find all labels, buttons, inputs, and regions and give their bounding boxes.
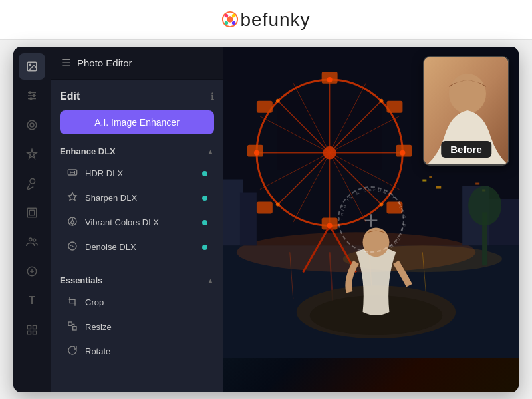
- panel-header: ☰ Photo Editor: [51, 47, 223, 80]
- section-enhance-dlx-title: Enhance DLX: [60, 146, 116, 156]
- info-button[interactable]: ℹ: [211, 91, 214, 102]
- svg-point-15: [30, 123, 34, 127]
- chevron-up-icon-2: ▲: [207, 277, 214, 285]
- left-panel: ☰ Photo Editor Edit ℹ A.I. Image Enhance…: [51, 47, 223, 392]
- menu-item-hdr-dlx[interactable]: HDR DLX: [60, 162, 214, 185]
- svg-point-4: [225, 21, 229, 25]
- section-divider: [60, 267, 214, 267]
- sharpen-dlx-dot: [202, 196, 207, 201]
- sharpen-dlx-label: Sharpen DLX: [85, 193, 196, 203]
- app-container: T ☰ Photo Editor Edit ℹ A.I. Image Enhan…: [13, 47, 519, 392]
- vibrant-icon: [66, 216, 78, 229]
- sidebar-item-sticker[interactable]: [19, 258, 45, 285]
- sidebar-item-sparkle[interactable]: [19, 141, 45, 168]
- svg-point-62: [400, 150, 405, 156]
- svg-rect-70: [429, 176, 432, 178]
- svg-rect-32: [73, 327, 76, 330]
- svg-point-61: [327, 77, 332, 82]
- vibrant-dlx-dot: [202, 220, 207, 225]
- svg-rect-52: [386, 101, 402, 113]
- panel-content: Edit ℹ A.I. Image Enhancer Enhance DLX ▲: [51, 80, 223, 392]
- svg-point-16: [30, 179, 35, 184]
- menu-item-crop[interactable]: Crop: [60, 291, 214, 314]
- resize-icon: [66, 321, 78, 333]
- svg-rect-25: [33, 325, 37, 329]
- menu-item-resize[interactable]: Resize: [60, 315, 214, 338]
- hamburger-icon[interactable]: ☰: [61, 57, 70, 69]
- svg-rect-17: [27, 208, 37, 217]
- svg-point-5: [232, 21, 236, 25]
- icon-sidebar: T: [13, 47, 51, 392]
- svg-rect-56: [257, 201, 273, 213]
- crop-icon: [66, 296, 78, 309]
- edit-title: Edit: [60, 90, 80, 102]
- svg-point-68: [276, 202, 280, 206]
- sidebar-item-paint[interactable]: [19, 170, 45, 197]
- sharpen-icon: [66, 192, 78, 204]
- hdr-dlx-label: HDR DLX: [85, 168, 196, 178]
- resize-label: Resize: [85, 322, 207, 332]
- chevron-up-icon: ▲: [207, 148, 214, 156]
- section-enhance-dlx[interactable]: Enhance DLX ▲: [60, 146, 214, 156]
- main-photo: ＋ THIS IS A BEFUNKY PLUS FEATURE •: [223, 47, 519, 392]
- svg-rect-24: [27, 325, 31, 329]
- before-thumbnail: Before: [423, 56, 509, 166]
- menu-item-rotate[interactable]: Rotate: [60, 340, 214, 363]
- menu-item-denoise-dlx[interactable]: Denoise DLX: [60, 235, 214, 259]
- panel-title: Photo Editor: [77, 57, 132, 68]
- svg-rect-72: [475, 183, 479, 185]
- rotate-label: Rotate: [85, 346, 207, 356]
- essentials-items: Crop Resize: [60, 291, 214, 363]
- sidebar-item-effects[interactable]: [19, 112, 45, 138]
- menu-item-vibrant-dlx[interactable]: Vibrant Colors DLX: [60, 211, 214, 234]
- svg-point-50: [323, 146, 336, 160]
- before-label: Before: [441, 141, 491, 158]
- denoise-icon: [66, 241, 78, 253]
- rotate-icon: [66, 345, 78, 358]
- svg-rect-26: [27, 331, 31, 334]
- sidebar-item-adjustments[interactable]: [19, 82, 45, 109]
- svg-point-11: [29, 92, 31, 94]
- watermark-circle: ＋ THIS IS A BEFUNKY PLUS FEATURE •: [338, 186, 404, 253]
- denoise-dlx-dot: [202, 245, 207, 250]
- svg-point-20: [33, 239, 36, 241]
- svg-point-65: [379, 99, 383, 103]
- top-bar: befunky: [0, 0, 532, 40]
- svg-point-12: [33, 95, 35, 97]
- section-essentials[interactable]: Essentials ▲: [60, 275, 214, 285]
- svg-rect-69: [422, 180, 426, 182]
- svg-rect-18: [29, 210, 35, 215]
- sidebar-item-image[interactable]: [19, 53, 45, 80]
- vibrant-dlx-label: Vibrant Colors DLX: [85, 217, 196, 227]
- ai-enhancer-button[interactable]: A.I. Image Enhancer: [60, 110, 214, 134]
- sidebar-item-text[interactable]: T: [19, 287, 45, 314]
- watermark: ＋ THIS IS A BEFUNKY PLUS FEATURE •: [331, 180, 411, 259]
- edit-header: Edit ℹ: [60, 90, 214, 102]
- hdr-icon: [66, 167, 78, 180]
- denoise-dlx-label: Denoise DLX: [85, 242, 196, 252]
- sidebar-item-people[interactable]: [19, 229, 45, 255]
- svg-point-1: [227, 16, 233, 22]
- canvas-area: ＋ THIS IS A BEFUNKY PLUS FEATURE •: [223, 47, 519, 392]
- svg-rect-27: [33, 331, 37, 334]
- enhance-dlx-items: HDR DLX Sharpen DLX: [60, 162, 214, 259]
- svg-point-64: [254, 150, 259, 156]
- svg-point-14: [27, 120, 37, 130]
- hdr-dlx-dot: [202, 171, 207, 176]
- svg-rect-31: [68, 322, 72, 325]
- svg-point-3: [232, 14, 236, 18]
- sidebar-item-frame[interactable]: [19, 200, 45, 226]
- svg-point-2: [225, 14, 229, 18]
- sidebar-item-graphic[interactable]: [19, 317, 45, 343]
- svg-rect-38: [240, 193, 257, 246]
- svg-text:THIS IS A BEFUNKY PLUS FEATURE: THIS IS A BEFUNKY PLUS FEATURE •: [338, 187, 406, 254]
- svg-point-19: [29, 238, 33, 241]
- crop-label: Crop: [85, 297, 207, 307]
- section-essentials-title: Essentials: [60, 275, 102, 285]
- svg-point-7: [29, 64, 31, 65]
- svg-point-86: [449, 74, 486, 114]
- svg-point-13: [30, 98, 32, 100]
- svg-point-82: [468, 186, 501, 226]
- logo: befunky: [221, 9, 310, 31]
- menu-item-sharpen-dlx[interactable]: Sharpen DLX: [60, 186, 214, 209]
